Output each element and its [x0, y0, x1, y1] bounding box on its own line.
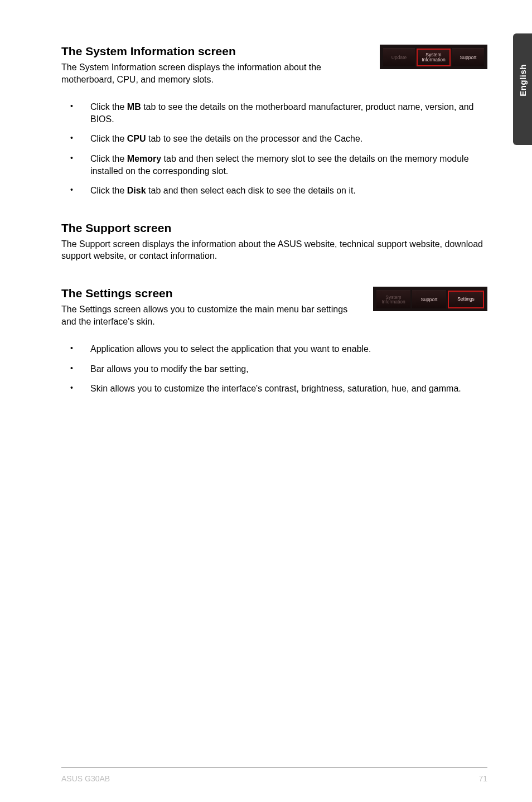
bullet-text: Click the: [90, 186, 127, 195]
bullet-text: Click the: [90, 154, 127, 163]
bullet-text: tab to see the details on the motherboar…: [90, 102, 474, 124]
bullet-bold: MB: [127, 102, 141, 112]
tab-update[interactable]: Update: [383, 49, 415, 66]
settings-bullets: Application allows you to select the app…: [61, 343, 487, 395]
tab-support-2[interactable]: Support: [412, 291, 446, 308]
bullet-text: tab to see the details on the processor …: [146, 134, 363, 143]
list-item: Application allows you to select the app…: [77, 343, 487, 355]
settings-tab-image: System Information Support Settings: [373, 287, 487, 311]
desc-support: The Support screen displays the informat…: [61, 238, 487, 262]
sysinfo-bullets: Click the MB tab to see the details on t…: [61, 101, 487, 197]
heading-support: The Support screen: [61, 221, 487, 235]
settings-text: The Settings screen The Settings screen …: [61, 287, 363, 327]
footer-product: ASUS G30AB: [61, 774, 110, 783]
tab-support-2-label: Support: [421, 297, 438, 302]
bullet-text: Click the: [90, 134, 127, 143]
heading-system-information: The System Information screen: [61, 45, 370, 58]
tab-system-information-2[interactable]: System Information: [376, 291, 410, 308]
tab-support[interactable]: Support: [452, 49, 484, 66]
footer-rule: [61, 767, 487, 767]
sysinfo-header-row: The System Information screen The System…: [61, 45, 487, 85]
desc-system-information: The System Information screen displays t…: [61, 61, 370, 85]
bullet-bold: Disk: [127, 186, 146, 195]
language-tab[interactable]: English: [513, 33, 532, 145]
tab-support-label: Support: [460, 55, 477, 60]
tab-settings-label: Settings: [457, 297, 475, 302]
list-item: Click the Disk tab and then select each …: [77, 185, 487, 197]
tab-system-information-label: System Information: [422, 52, 446, 62]
bullet-bold: CPU: [127, 134, 146, 143]
bullet-bold: Memory: [127, 154, 161, 163]
list-item: Click the MB tab to see the details on t…: [77, 101, 487, 125]
tab-settings[interactable]: Settings: [448, 291, 484, 308]
list-item: Bar allows you to modify the bar setting…: [77, 363, 487, 375]
settings-tab-row: System Information Support Settings: [376, 291, 484, 308]
section-settings: The Settings screen The Settings screen …: [61, 287, 487, 395]
list-item: Click the Memory tab and then select the…: [77, 153, 487, 177]
sysinfo-tab-row: Update System Information Support: [383, 49, 484, 66]
footer: ASUS G30AB 71: [61, 774, 487, 783]
language-label: English: [518, 64, 528, 96]
heading-settings: The Settings screen: [61, 287, 363, 300]
list-item: Click the CPU tab to see the details on …: [77, 133, 487, 145]
sysinfo-text: The System Information screen The System…: [61, 45, 370, 85]
section-system-information: The System Information screen The System…: [61, 45, 487, 197]
list-item: Skin allows you to customize the interfa…: [77, 383, 487, 395]
footer-page-number: 71: [478, 774, 487, 783]
tab-update-label: Update: [391, 55, 407, 60]
tab-system-information[interactable]: System Information: [417, 49, 451, 66]
tab-system-information-2-label: System Information: [381, 295, 405, 305]
section-support: The Support screen The Support screen di…: [61, 221, 487, 262]
settings-header-row: The Settings screen The Settings screen …: [61, 287, 487, 327]
bullet-text: tab and then select each disk to see the…: [146, 186, 356, 195]
sysinfo-tab-image: Update System Information Support: [380, 45, 487, 69]
desc-settings: The Settings screen allows you to custom…: [61, 303, 363, 327]
page: English The System Information screen Th…: [0, 0, 532, 802]
bullet-text: Click the: [90, 102, 127, 112]
